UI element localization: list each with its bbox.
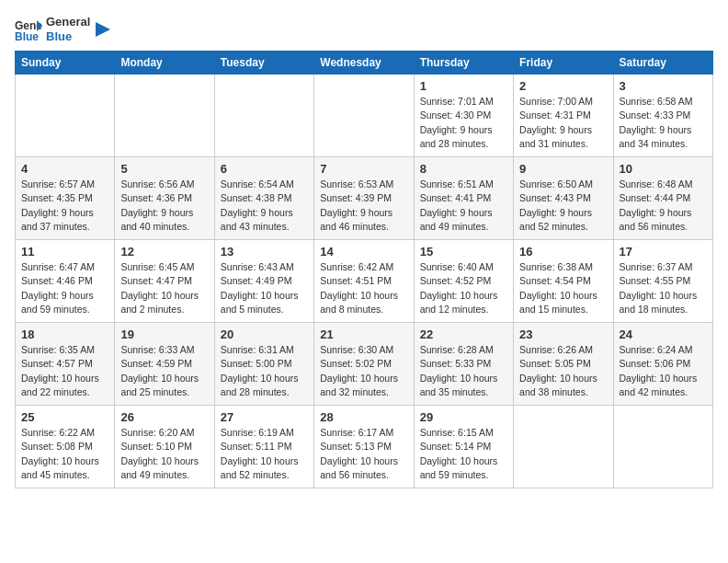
calendar-week-row: 11Sunrise: 6:47 AM Sunset: 4:46 PM Dayli…	[16, 240, 713, 323]
day-number: 3	[620, 79, 707, 93]
day-number: 4	[21, 162, 108, 176]
day-info: Sunrise: 6:50 AM Sunset: 4:43 PM Dayligh…	[519, 178, 607, 234]
calendar-week-row: 4Sunrise: 6:57 AM Sunset: 4:35 PM Daylig…	[16, 157, 713, 240]
day-number: 14	[320, 245, 407, 259]
calendar-cell	[16, 75, 115, 157]
day-info: Sunrise: 6:40 AM Sunset: 4:52 PM Dayligh…	[420, 260, 507, 316]
logo: General Blue General Blue	[15, 15, 112, 43]
calendar-cell: 28Sunrise: 6:17 AM Sunset: 5:13 PM Dayli…	[314, 406, 414, 488]
day-number: 8	[420, 162, 507, 176]
day-info: Sunrise: 6:45 AM Sunset: 4:47 PM Dayligh…	[120, 260, 208, 316]
day-number: 11	[21, 245, 108, 259]
logo-icon: General Blue	[15, 17, 42, 42]
calendar-cell: 4Sunrise: 6:57 AM Sunset: 4:35 PM Daylig…	[16, 157, 115, 240]
day-number: 5	[120, 162, 208, 176]
day-number: 29	[420, 410, 507, 424]
calendar-week-row: 1Sunrise: 7:01 AM Sunset: 4:30 PM Daylig…	[16, 75, 713, 157]
day-number: 20	[221, 327, 308, 341]
calendar-table: SundayMondayTuesdayWednesdayThursdayFrid…	[15, 51, 713, 488]
day-number: 10	[620, 162, 707, 176]
calendar-cell: 29Sunrise: 6:15 AM Sunset: 5:14 PM Dayli…	[414, 406, 513, 488]
day-info: Sunrise: 6:15 AM Sunset: 5:14 PM Dayligh…	[420, 426, 507, 482]
day-number: 1	[420, 79, 507, 93]
day-number: 26	[120, 410, 208, 424]
day-number: 23	[519, 327, 607, 341]
day-info: Sunrise: 6:33 AM Sunset: 4:59 PM Dayligh…	[120, 343, 208, 399]
day-number: 27	[221, 410, 308, 424]
day-number: 28	[320, 410, 407, 424]
calendar-cell: 1Sunrise: 7:01 AM Sunset: 4:30 PM Daylig…	[414, 75, 513, 157]
calendar-cell: 3Sunrise: 6:58 AM Sunset: 4:33 PM Daylig…	[613, 75, 712, 157]
calendar-cell: 14Sunrise: 6:42 AM Sunset: 4:51 PM Dayli…	[314, 240, 414, 323]
calendar-cell: 10Sunrise: 6:48 AM Sunset: 4:44 PM Dayli…	[613, 157, 712, 240]
day-number: 16	[519, 245, 607, 259]
day-info: Sunrise: 7:01 AM Sunset: 4:30 PM Dayligh…	[420, 95, 507, 151]
day-info: Sunrise: 6:47 AM Sunset: 4:46 PM Dayligh…	[21, 260, 108, 316]
calendar-cell: 27Sunrise: 6:19 AM Sunset: 5:11 PM Dayli…	[214, 406, 313, 488]
day-number: 7	[320, 162, 407, 176]
header-saturday: Saturday	[613, 52, 712, 75]
day-number: 6	[221, 162, 308, 176]
day-number: 21	[320, 327, 407, 341]
day-info: Sunrise: 6:26 AM Sunset: 5:05 PM Dayligh…	[519, 343, 607, 399]
calendar-cell: 20Sunrise: 6:31 AM Sunset: 5:00 PM Dayli…	[214, 323, 313, 406]
day-number: 15	[420, 245, 507, 259]
day-number: 18	[21, 327, 108, 341]
day-info: Sunrise: 6:22 AM Sunset: 5:08 PM Dayligh…	[21, 426, 108, 482]
day-info: Sunrise: 6:37 AM Sunset: 4:55 PM Dayligh…	[620, 260, 707, 316]
logo-text-general: General	[46, 15, 90, 29]
calendar-cell	[314, 75, 414, 157]
calendar-cell: 26Sunrise: 6:20 AM Sunset: 5:10 PM Dayli…	[115, 406, 214, 488]
svg-text:Blue: Blue	[15, 30, 39, 42]
calendar-cell	[115, 75, 214, 157]
day-number: 12	[120, 245, 208, 259]
header-monday: Monday	[115, 52, 214, 75]
day-info: Sunrise: 6:35 AM Sunset: 4:57 PM Dayligh…	[21, 343, 108, 399]
calendar-cell: 21Sunrise: 6:30 AM Sunset: 5:02 PM Dayli…	[314, 323, 414, 406]
day-info: Sunrise: 6:30 AM Sunset: 5:02 PM Dayligh…	[320, 343, 407, 399]
calendar-cell: 17Sunrise: 6:37 AM Sunset: 4:55 PM Dayli…	[613, 240, 712, 323]
day-info: Sunrise: 6:58 AM Sunset: 4:33 PM Dayligh…	[620, 95, 707, 151]
day-number: 24	[620, 327, 707, 341]
calendar-cell: 7Sunrise: 6:53 AM Sunset: 4:39 PM Daylig…	[314, 157, 414, 240]
calendar-cell: 2Sunrise: 7:00 AM Sunset: 4:31 PM Daylig…	[514, 75, 613, 157]
calendar-cell	[514, 406, 613, 488]
logo-flag-icon	[94, 20, 112, 39]
header-tuesday: Tuesday	[214, 52, 313, 75]
day-info: Sunrise: 6:51 AM Sunset: 4:41 PM Dayligh…	[420, 178, 507, 234]
calendar-cell: 22Sunrise: 6:28 AM Sunset: 5:33 PM Dayli…	[414, 323, 513, 406]
day-info: Sunrise: 6:57 AM Sunset: 4:35 PM Dayligh…	[21, 178, 108, 234]
calendar-header-row: SundayMondayTuesdayWednesdayThursdayFrid…	[16, 52, 713, 75]
day-number: 13	[221, 245, 308, 259]
day-info: Sunrise: 6:19 AM Sunset: 5:11 PM Dayligh…	[221, 426, 308, 482]
day-number: 2	[519, 79, 607, 93]
calendar-cell: 16Sunrise: 6:38 AM Sunset: 4:54 PM Dayli…	[514, 240, 613, 323]
calendar-cell	[613, 406, 712, 488]
day-info: Sunrise: 6:43 AM Sunset: 4:49 PM Dayligh…	[221, 260, 308, 316]
day-number: 22	[420, 327, 507, 341]
calendar-cell: 24Sunrise: 6:24 AM Sunset: 5:06 PM Dayli…	[613, 323, 712, 406]
day-number: 9	[519, 162, 607, 176]
day-number: 19	[120, 327, 208, 341]
day-number: 17	[620, 245, 707, 259]
day-info: Sunrise: 6:31 AM Sunset: 5:00 PM Dayligh…	[221, 343, 308, 399]
calendar-cell: 6Sunrise: 6:54 AM Sunset: 4:38 PM Daylig…	[214, 157, 313, 240]
calendar-cell: 12Sunrise: 6:45 AM Sunset: 4:47 PM Dayli…	[115, 240, 214, 323]
page-header: General Blue General Blue	[15, 15, 713, 43]
calendar-cell	[214, 75, 313, 157]
calendar-cell: 13Sunrise: 6:43 AM Sunset: 4:49 PM Dayli…	[214, 240, 313, 323]
header-thursday: Thursday	[414, 52, 513, 75]
day-info: Sunrise: 6:28 AM Sunset: 5:33 PM Dayligh…	[420, 343, 507, 399]
day-info: Sunrise: 6:17 AM Sunset: 5:13 PM Dayligh…	[320, 426, 407, 482]
calendar-week-row: 18Sunrise: 6:35 AM Sunset: 4:57 PM Dayli…	[16, 323, 713, 406]
day-info: Sunrise: 6:24 AM Sunset: 5:06 PM Dayligh…	[620, 343, 707, 399]
day-info: Sunrise: 6:53 AM Sunset: 4:39 PM Dayligh…	[320, 178, 407, 234]
calendar-week-row: 25Sunrise: 6:22 AM Sunset: 5:08 PM Dayli…	[16, 406, 713, 488]
calendar-cell: 23Sunrise: 6:26 AM Sunset: 5:05 PM Dayli…	[514, 323, 613, 406]
day-info: Sunrise: 7:00 AM Sunset: 4:31 PM Dayligh…	[519, 95, 607, 151]
calendar-cell: 15Sunrise: 6:40 AM Sunset: 4:52 PM Dayli…	[414, 240, 513, 323]
calendar-cell: 8Sunrise: 6:51 AM Sunset: 4:41 PM Daylig…	[414, 157, 513, 240]
calendar-cell: 5Sunrise: 6:56 AM Sunset: 4:36 PM Daylig…	[115, 157, 214, 240]
day-info: Sunrise: 6:54 AM Sunset: 4:38 PM Dayligh…	[221, 178, 308, 234]
logo-text-blue: Blue	[46, 29, 90, 44]
